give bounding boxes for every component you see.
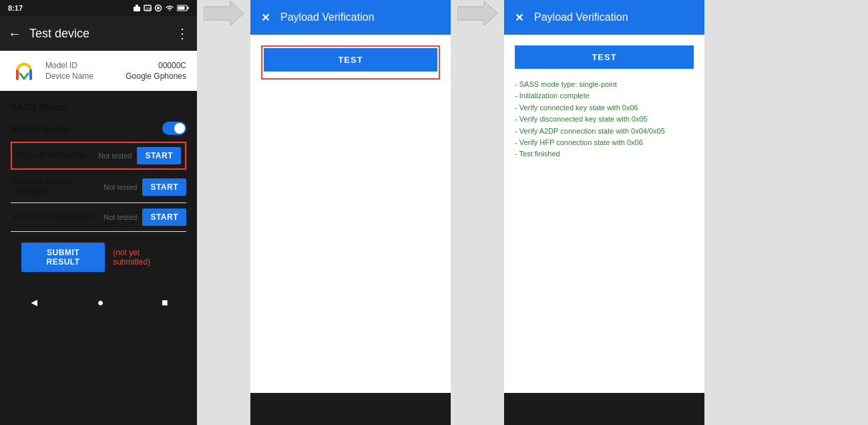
arrow-2	[451, 0, 504, 27]
step-status-payload: Not tested	[98, 152, 132, 160]
step-row-payload: Payload Verification Not tested START	[11, 142, 186, 170]
model-row: Model ID 00000C	[45, 60, 186, 71]
dialog-content-1: TEST	[250, 35, 451, 393]
svg-point-4	[157, 7, 160, 9]
device-value: Google Gphones	[126, 72, 186, 81]
svg-rect-7	[188, 7, 189, 9]
test-button-1[interactable]: TEST	[264, 48, 437, 72]
model-value: 00000C	[158, 61, 186, 70]
sass-section: SASS Steps: Select device Payload Verifi…	[0, 94, 197, 287]
dialog-footer-1	[250, 393, 451, 425]
svg-marker-12	[457, 1, 497, 25]
device-label: Device Name	[45, 72, 93, 81]
device-details: Model ID 00000C Device Name Google Gphon…	[45, 60, 186, 82]
phone-frame: 8:17 SIM ← Test device ⋮	[0, 0, 197, 425]
battery-icon	[177, 4, 189, 12]
step-name-payload: Payload Verification	[16, 150, 98, 161]
dialog-title-2: Payload Verification	[534, 11, 628, 23]
start-payload-button[interactable]: START	[137, 147, 181, 164]
log-line: - Verify disconnected key state with 0x0…	[515, 114, 694, 124]
phone-nav: ◄ ● ■	[0, 287, 197, 319]
wifi-icon	[165, 4, 174, 12]
step-row-message-stream: Message Stream Verification Not tested S…	[11, 171, 186, 203]
svg-marker-11	[204, 1, 244, 25]
device-logo	[11, 57, 37, 84]
nav-recent-button[interactable]: ■	[162, 297, 168, 309]
dialog-footer-2	[504, 393, 704, 425]
dialog-content-2: TEST - SASS mode type: single-point- Ini…	[504, 35, 704, 393]
start-switch-back-button[interactable]: START	[142, 208, 186, 226]
log-line: - Verify A2DP connection state with 0x04…	[515, 126, 694, 136]
svg-rect-0	[134, 7, 140, 11]
device-info-card: Model ID 00000C Device Name Google Gphon…	[0, 51, 197, 91]
submit-result-button[interactable]: SUBMIT RESULT	[21, 243, 105, 272]
start-message-stream-button[interactable]: START	[142, 178, 186, 196]
log-output: - SASS mode type: single-point- Initiali…	[515, 80, 694, 160]
step-status-switch-back: Not tested	[103, 213, 137, 221]
status-icons: SIM	[133, 4, 189, 12]
log-line: - Verify HFP connection state with 0x06	[515, 138, 694, 148]
submit-note: (not yet submitted)	[113, 248, 176, 267]
select-device-label: Select device	[11, 123, 70, 134]
dialog-close-1[interactable]: ✕	[261, 11, 270, 24]
device-name-row: Device Name Google Gphones	[45, 71, 186, 82]
test-button-2[interactable]: TEST	[515, 45, 694, 69]
log-line: - SASS mode type: single-point	[515, 80, 694, 90]
back-button[interactable]: ←	[8, 26, 21, 41]
test-btn-wrapper-highlighted: TEST	[261, 45, 440, 80]
notification-icon	[133, 4, 141, 12]
status-bar: 8:17 SIM	[0, 0, 197, 16]
dialog-header-1: ✕ Payload Verification	[250, 0, 451, 35]
arrow-icon-2	[457, 0, 497, 27]
log-line: - Verify connected key state with 0x06	[515, 103, 694, 113]
app-title: Test device	[29, 27, 176, 41]
sim-icon: SIM	[144, 4, 152, 12]
app-bar: ← Test device ⋮	[0, 16, 197, 51]
nav-home-button[interactable]: ●	[97, 297, 104, 309]
dialog-screen-2: ✕ Payload Verification TEST - SASS mode …	[504, 0, 704, 425]
svg-rect-1	[136, 5, 138, 7]
step-name-switch-back: Switch Back Verification	[11, 212, 103, 223]
select-device-toggle[interactable]	[162, 122, 186, 135]
step-name-message-stream: Message Stream Verification	[11, 176, 103, 197]
dialog-header-2: ✕ Payload Verification	[504, 0, 704, 35]
dialog-close-2[interactable]: ✕	[515, 11, 523, 24]
nav-back-button[interactable]: ◄	[29, 297, 39, 309]
log-line: - Initialization complete	[515, 91, 694, 101]
svg-rect-8	[178, 7, 185, 10]
step-list: Payload Verification Not tested START Me…	[11, 142, 186, 232]
dialog-screen-1: ✕ Payload Verification TEST	[250, 0, 451, 425]
arrow-icon-1	[204, 0, 244, 27]
arrow-1	[197, 0, 250, 27]
log-line: - Test finished	[515, 149, 694, 159]
time: 8:17	[8, 4, 23, 12]
sass-title: SASS Steps:	[11, 102, 186, 112]
select-device-row: Select device	[11, 119, 186, 142]
more-button[interactable]: ⋮	[176, 25, 189, 41]
settings-icon	[154, 4, 162, 12]
step-row-switch-back: Switch Back Verification Not tested STAR…	[11, 203, 186, 232]
svg-text:SIM: SIM	[146, 7, 152, 11]
submit-row: SUBMIT RESULT (not yet submitted)	[11, 232, 186, 283]
dialog-title-1: Payload Verification	[280, 11, 375, 23]
model-label: Model ID	[45, 61, 77, 70]
step-status-message-stream: Not tested	[103, 183, 137, 191]
